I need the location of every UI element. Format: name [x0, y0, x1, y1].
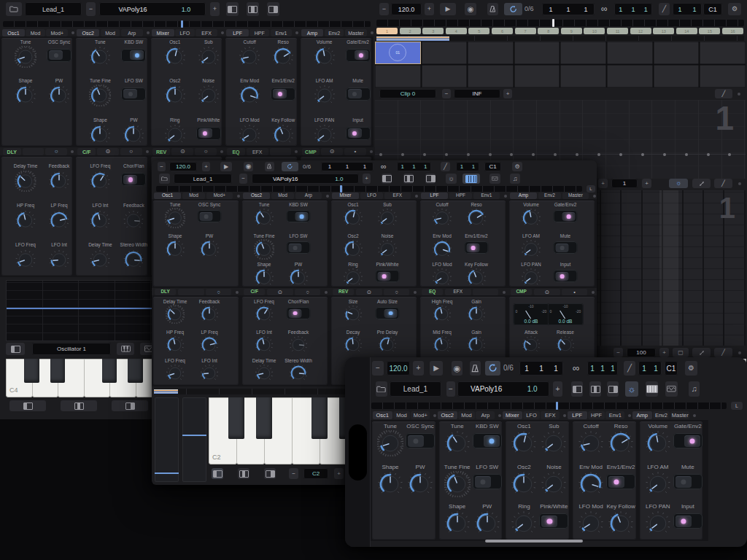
- fx-icon-circle-outline[interactable]: ○: [206, 289, 231, 295]
- clip-cell[interactable]: [700, 42, 746, 64]
- clip-cell[interactable]: [468, 42, 514, 64]
- fx-tab-cmp[interactable]: CMP: [511, 289, 532, 295]
- tab-lfo[interactable]: LFO: [175, 29, 195, 36]
- preset-folder-button[interactable]: [6, 2, 22, 16]
- shape-knob[interactable]: [254, 268, 274, 288]
- black-key[interactable]: [102, 359, 117, 383]
- env1-env2-toggle[interactable]: [606, 474, 635, 489]
- lfo-freq-knob[interactable]: [15, 249, 36, 271]
- clip-length-minus-button[interactable]: −: [442, 89, 451, 98]
- pw-knob[interactable]: [474, 510, 500, 537]
- tab-arp[interactable]: Arp: [121, 29, 143, 36]
- tab-arp[interactable]: Arp: [295, 192, 321, 199]
- tab-env2[interactable]: Env2: [325, 29, 344, 36]
- loop-button[interactable]: [504, 3, 522, 15]
- tab-lfo[interactable]: LFO: [360, 192, 384, 199]
- loop-button[interactable]: [282, 162, 298, 171]
- split-view-mid-button[interactable]: [403, 174, 414, 184]
- key-follow-knob[interactable]: [608, 510, 634, 537]
- octave-display[interactable]: C2: [303, 468, 328, 479]
- tab-mod[interactable]: Mod: [182, 192, 206, 199]
- osc-sync-toggle[interactable]: [406, 433, 435, 448]
- kbd-sw-toggle[interactable]: [473, 433, 502, 448]
- pattern-number-field[interactable]: 1: [611, 179, 638, 188]
- black-key[interactable]: [311, 397, 328, 439]
- clip-cell[interactable]: [422, 65, 468, 88]
- shape-knob[interactable]: [89, 124, 111, 146]
- sub-knob[interactable]: [377, 208, 398, 228]
- shape-knob[interactable]: [165, 239, 185, 260]
- fx-icon-circle-dot[interactable]: ⊙: [171, 148, 193, 155]
- tab-mixer[interactable]: Mixer: [332, 192, 359, 199]
- resize-tool-button[interactable]: [692, 348, 711, 357]
- fx-tab-dly[interactable]: DLY: [155, 289, 176, 295]
- panel-toggle-button[interactable]: [6, 343, 25, 355]
- step-cell-13[interactable]: 13: [653, 28, 674, 34]
- draw-tool-button[interactable]: ╱: [714, 179, 732, 188]
- split-view-mid-button[interactable]: [247, 2, 259, 16]
- clip-cell[interactable]: [607, 65, 653, 88]
- hp-freq-knob[interactable]: [15, 210, 36, 231]
- black-key[interactable]: [50, 359, 66, 383]
- fx-icon-circle-outline[interactable]: ○: [120, 148, 142, 155]
- bar-beat-display[interactable]: 11: [673, 3, 702, 15]
- black-key[interactable]: [24, 359, 39, 383]
- tab-mod[interactable]: Mod: [393, 411, 410, 419]
- tab-master[interactable]: Master: [670, 411, 689, 419]
- ring-knob[interactable]: [343, 268, 363, 288]
- patch-next-button[interactable]: +: [210, 2, 220, 16]
- fx-icon-blank[interactable]: [23, 148, 44, 155]
- piano-mini-button[interactable]: [117, 343, 134, 355]
- volume-knob[interactable]: [521, 208, 541, 228]
- preset-name-field[interactable]: Lead_1: [25, 2, 82, 16]
- lfo-pan-knob[interactable]: [314, 124, 336, 146]
- step-cell-10[interactable]: 10: [584, 28, 605, 34]
- stereo-width-knob[interactable]: [123, 249, 144, 271]
- feedback-knob[interactable]: [200, 305, 219, 324]
- patch-prev-button[interactable]: −: [86, 2, 96, 16]
- cutoff-knob[interactable]: [239, 46, 260, 68]
- keyboard-view-button[interactable]: [462, 174, 480, 184]
- tab-mod[interactable]: Mod: [271, 192, 295, 199]
- tab-env1[interactable]: Env1: [271, 29, 293, 36]
- kb-layout-left-button[interactable]: [212, 468, 223, 479]
- tune-knob[interactable]: [444, 430, 471, 456]
- pink-white-toggle[interactable]: [196, 127, 221, 140]
- patch-prev-button[interactable]: −: [446, 381, 455, 397]
- input-toggle[interactable]: [346, 127, 371, 140]
- automation-point[interactable]: [467, 153, 470, 156]
- tab-efx[interactable]: EFX: [196, 29, 217, 36]
- fx-tab-dly[interactable]: DLY: [3, 148, 21, 155]
- tab-efx[interactable]: EFX: [384, 192, 410, 199]
- volume-knob[interactable]: [314, 46, 336, 68]
- mute-toggle[interactable]: [346, 88, 371, 101]
- lp-freq-knob[interactable]: [200, 335, 219, 354]
- mid-freq-knob[interactable]: [433, 335, 452, 354]
- fx-icon-dot[interactable]: •: [562, 289, 587, 295]
- metronome-button[interactable]: [487, 3, 498, 15]
- fx-tab-eq[interactable]: EQ: [422, 289, 443, 295]
- note-settings-button[interactable]: ♫: [510, 174, 520, 184]
- osc-sync-toggle[interactable]: [47, 49, 71, 62]
- step-cell-4[interactable]: 4: [446, 28, 467, 34]
- tune-knob[interactable]: [377, 430, 403, 456]
- automation-point[interactable]: [423, 153, 426, 156]
- clip-cell[interactable]: [514, 65, 560, 88]
- tab-efx[interactable]: EFX: [541, 411, 560, 419]
- loop-length-display[interactable]: 111: [397, 162, 431, 171]
- tab-osc2[interactable]: Osc2: [438, 411, 457, 419]
- lfo-am-knob[interactable]: [521, 239, 541, 260]
- tab-hpf[interactable]: HPF: [249, 29, 269, 36]
- key-follow-knob[interactable]: [466, 268, 487, 288]
- automation-point[interactable]: [576, 153, 578, 156]
- osc2-knob[interactable]: [511, 471, 537, 497]
- tune-knob[interactable]: [165, 208, 185, 228]
- fx-tab-rev[interactable]: REV: [152, 148, 171, 155]
- preset-folder-button[interactable]: [159, 174, 170, 184]
- split-view-left-button[interactable]: [571, 381, 583, 397]
- tab-hpf[interactable]: HPF: [588, 411, 605, 419]
- tune-knob[interactable]: [15, 46, 36, 68]
- clip-cell[interactable]: [560, 65, 606, 88]
- cutoff-knob[interactable]: [432, 208, 452, 228]
- preset-name-field[interactable]: Lead_1: [174, 174, 232, 184]
